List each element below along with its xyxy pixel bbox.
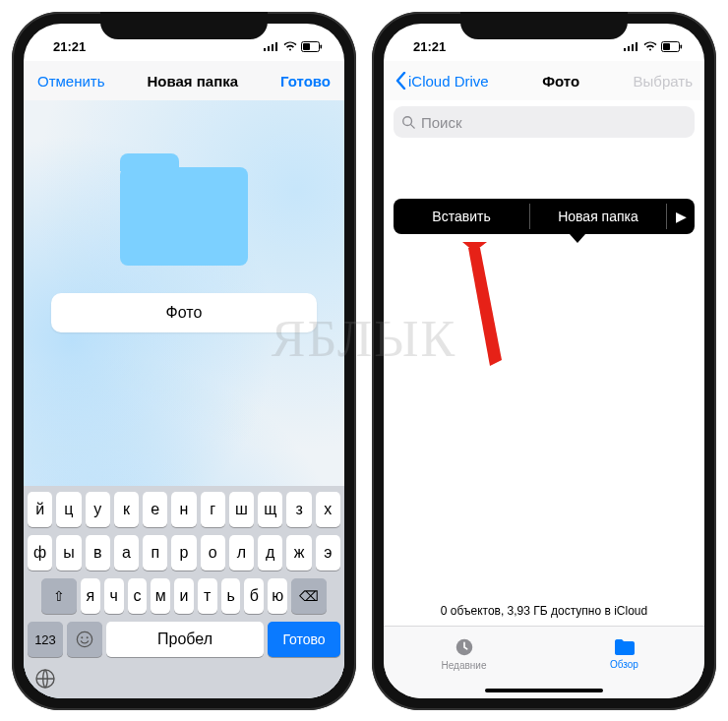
keyboard-row-1: й ц у к е н г ш щ з х [28,492,340,527]
folder-name-value: Фото [166,304,203,322]
nav-title: Фото [542,73,579,90]
status-time: 21:21 [413,39,446,54]
keyboard-row-4: 123 Пробел Готово [28,622,340,657]
status-time: 21:21 [53,39,86,54]
search-input[interactable]: Поиск [394,106,695,138]
folder-area: Фото [24,100,344,332]
svg-rect-16 [681,44,683,48]
shift-key[interactable]: ⇧ [41,578,77,614]
key[interactable]: в [86,535,110,571]
key[interactable]: ч [104,578,124,614]
svg-rect-6 [303,43,310,50]
svg-rect-12 [628,46,630,51]
key[interactable]: и [174,578,194,614]
key[interactable]: з [286,492,311,527]
context-paste[interactable]: Вставить [394,209,529,224]
svg-rect-14 [636,42,637,51]
nav-bar: Отменить Новая папка Готово [24,61,344,100]
space-key[interactable]: Пробел [106,622,264,657]
chevron-left-icon [395,72,406,90]
battery-icon [301,41,323,52]
key[interactable]: ы [56,535,81,571]
nav-title: Новая папка [147,73,238,90]
home-indicator[interactable] [485,689,603,692]
key[interactable]: ь [221,578,241,614]
signal-icon [264,41,279,51]
svg-point-8 [81,636,83,638]
key[interactable]: ж [286,535,311,571]
wifi-icon [643,41,657,51]
folder-icon [613,637,637,657]
phone-left: 21:21 Отменить Новая папка Готово Фото й… [12,12,356,710]
key[interactable]: н [171,492,196,527]
phone-right: 21:21 iCloud Drive Фото Выбрать Поиск Вс… [372,12,716,710]
key[interactable]: х [316,492,340,527]
context-menu-tail [570,234,585,243]
key[interactable]: л [229,535,254,571]
key[interactable]: ц [56,492,81,527]
svg-point-9 [87,636,89,638]
battery-icon [661,41,683,52]
key[interactable]: м [151,578,170,614]
svg-rect-1 [268,46,270,51]
tab-bar: Недавние Обзор [384,626,704,698]
storage-footer: 0 объектов, 3,93 ГБ доступно в iCloud [384,604,704,618]
key[interactable]: р [171,535,196,571]
key[interactable]: щ [258,492,282,527]
key[interactable]: ш [229,492,254,527]
search-icon [401,115,415,129]
select-button[interactable]: Выбрать [634,73,693,90]
svg-rect-0 [264,48,266,51]
backspace-key[interactable]: ⌫ [291,578,327,614]
key[interactable]: е [143,492,167,527]
signal-icon [624,41,639,51]
screen-right: 21:21 iCloud Drive Фото Выбрать Поиск Вс… [384,24,704,698]
globe-icon[interactable] [33,667,57,691]
status-icons [624,41,683,52]
return-key[interactable]: Готово [268,622,340,657]
key[interactable]: й [28,492,52,527]
key[interactable]: ф [28,535,52,571]
content-area[interactable]: Вставить Новая папка ▶ [384,144,704,620]
context-new-folder[interactable]: Новая папка [530,209,666,224]
key[interactable]: т [198,578,217,614]
context-more-arrow[interactable]: ▶ [667,209,695,224]
folder-name-input[interactable]: Фото [51,293,317,332]
key[interactable]: я [81,578,100,614]
numbers-key[interactable]: 123 [28,622,63,657]
tab-label: Обзор [610,659,638,670]
key[interactable]: у [86,492,110,527]
svg-marker-20 [468,248,502,366]
done-button[interactable]: Готово [280,73,331,90]
cancel-button[interactable]: Отменить [37,73,105,90]
context-menu: Вставить Новая папка ▶ [394,199,695,234]
keyboard-bottom [28,665,340,691]
svg-rect-13 [632,44,634,51]
key[interactable]: к [114,492,139,527]
key[interactable]: г [201,492,225,527]
svg-rect-11 [624,48,626,51]
key[interactable]: э [316,535,340,571]
annotation-arrow-icon [443,242,512,370]
nav-bar: iCloud Drive Фото Выбрать [384,61,704,100]
status-icons [264,41,323,52]
back-button[interactable]: iCloud Drive [395,72,489,90]
key[interactable]: д [258,535,282,571]
emoji-key[interactable] [67,622,102,657]
svg-point-7 [77,631,91,646]
clock-icon [454,636,475,658]
screen-left: 21:21 Отменить Новая папка Готово Фото й… [24,24,344,698]
wifi-icon [283,41,297,51]
key[interactable]: с [128,578,148,614]
key[interactable]: б [244,578,264,614]
key[interactable]: п [143,535,167,571]
svg-rect-5 [321,44,323,48]
emoji-icon [76,631,93,648]
key[interactable]: о [201,535,225,571]
back-label: iCloud Drive [408,73,489,90]
keyboard: й ц у к е н г ш щ з х ф ы в а п р о л [24,486,344,698]
key[interactable]: а [114,535,139,571]
key[interactable]: ю [268,578,287,614]
svg-rect-3 [275,42,277,51]
keyboard-row-3: ⇧ я ч с м и т ь б ю ⌫ [28,578,340,614]
